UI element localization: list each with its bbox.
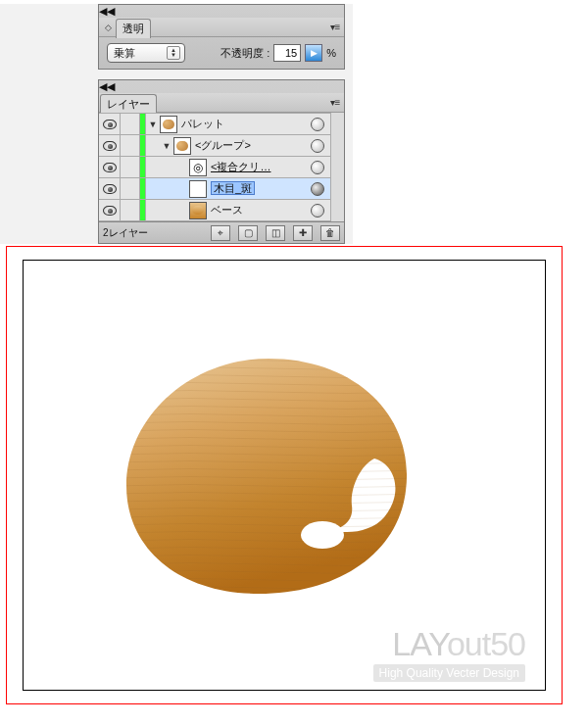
- visibility-toggle[interactable]: [99, 135, 121, 156]
- layer-row[interactable]: 木目_斑: [99, 178, 330, 200]
- layers-tabs: レイヤー ▾≡: [99, 93, 344, 113]
- layer-row[interactable]: ▼ <グループ>: [99, 135, 330, 157]
- visibility-toggle[interactable]: [99, 157, 121, 177]
- watermark-subtitle: High Quality Vecter Design: [373, 664, 525, 682]
- palette-artwork: [112, 349, 425, 605]
- hierarchy-cell: [146, 180, 207, 198]
- layer-thumb: [160, 116, 177, 133]
- opacity-slider-toggle[interactable]: ▶: [305, 44, 322, 62]
- visibility-toggle[interactable]: [99, 200, 121, 220]
- hierarchy-cell: ▼: [146, 137, 191, 155]
- dropdown-arrows-icon: ▲▼: [167, 46, 180, 60]
- hierarchy-cell: ▼: [146, 116, 177, 133]
- layer-thumb: [189, 202, 207, 219]
- lock-toggle[interactable]: [121, 135, 140, 156]
- eye-icon: [103, 141, 117, 151]
- palette-thumb-hole: [301, 521, 344, 549]
- layers-tab[interactable]: レイヤー: [100, 94, 157, 114]
- twisty-none: [177, 206, 187, 216]
- opacity-unit: %: [326, 47, 336, 59]
- watermark-title: LAYout50: [373, 625, 525, 663]
- lock-toggle[interactable]: [121, 178, 140, 199]
- hierarchy-cell: [146, 159, 207, 176]
- make-clipping-mask-button[interactable]: ▢: [238, 225, 258, 241]
- lock-toggle[interactable]: [121, 157, 140, 177]
- hierarchy-cell: [146, 202, 207, 219]
- panels-region: ◀◀ ◇ 透明 ▾≡ 乗算 ▲▼ 不透明度 : ▶ % ◀◀ レイヤー ▾≡: [0, 4, 353, 244]
- layer-name[interactable]: 木目_斑: [207, 181, 307, 196]
- locate-object-button[interactable]: ⌖: [211, 225, 230, 241]
- twisty-none: [177, 184, 187, 194]
- panel-menu-icon[interactable]: ▾≡: [329, 96, 341, 108]
- opacity-label: 不透明度 :: [220, 46, 270, 61]
- layer-row[interactable]: ▼ パレット: [99, 114, 330, 135]
- selection-highlight-frame: LAYout50 High Quality Vecter Design: [6, 246, 563, 704]
- layer-row[interactable]: ベース: [99, 200, 330, 221]
- expand-toggle-icon[interactable]: ◇: [101, 21, 115, 34]
- target-icon[interactable]: [311, 182, 324, 196]
- delete-layer-button[interactable]: 🗑: [320, 225, 340, 241]
- target-icon[interactable]: [311, 204, 324, 218]
- eye-icon: [103, 120, 117, 129]
- eye-icon: [103, 163, 117, 172]
- twisty-down-icon[interactable]: ▼: [162, 141, 172, 151]
- eye-icon: [103, 184, 117, 194]
- transparency-panel: ◀◀ ◇ 透明 ▾≡ 乗算 ▲▼ 不透明度 : ▶ %: [98, 4, 345, 70]
- transparency-tabs: ◇ 透明 ▾≡: [99, 18, 344, 37]
- layer-thumb: [189, 159, 207, 176]
- layer-name[interactable]: <複合クリ…: [207, 160, 307, 174]
- lock-toggle[interactable]: [121, 200, 140, 220]
- target-icon[interactable]: [311, 118, 324, 131]
- target-icon[interactable]: [311, 161, 324, 174]
- layer-name[interactable]: ベース: [207, 203, 307, 218]
- palette-svg: [112, 349, 425, 605]
- layers-footer: 2レイヤー ⌖ ▢ ◫ ✚ 🗑: [99, 221, 344, 243]
- layers-body: ▼ パレット ▼: [99, 113, 344, 221]
- eye-icon: [103, 206, 117, 216]
- layer-count: 2レイヤー: [103, 226, 148, 240]
- transparency-body: 乗算 ▲▼ 不透明度 : ▶ %: [99, 37, 344, 69]
- visibility-toggle[interactable]: [99, 114, 121, 134]
- transparency-tab[interactable]: 透明: [116, 19, 151, 38]
- blend-mode-value: 乗算: [114, 46, 135, 61]
- new-layer-button[interactable]: ✚: [293, 225, 313, 241]
- opacity-group: 不透明度 : ▶ %: [220, 44, 336, 62]
- watermark: LAYout50 High Quality Vecter Design: [373, 625, 525, 682]
- lock-toggle[interactable]: [121, 114, 140, 134]
- layer-thumb: [173, 137, 191, 155]
- new-sublayer-button[interactable]: ◫: [266, 225, 285, 241]
- layer-row[interactable]: <複合クリ…: [99, 157, 330, 178]
- blend-mode-select[interactable]: 乗算 ▲▼: [107, 43, 185, 63]
- layer-name[interactable]: <グループ>: [191, 138, 307, 153]
- layer-list: ▼ パレット ▼: [99, 113, 330, 221]
- twisty-none: [177, 163, 187, 172]
- panel-collapse-handle[interactable]: ◀◀: [99, 80, 344, 93]
- panel-menu-icon[interactable]: ▾≡: [329, 21, 341, 32]
- opacity-input[interactable]: [273, 44, 301, 62]
- scrollbar[interactable]: [330, 113, 344, 221]
- palette-grain-overlay: [126, 359, 407, 594]
- target-icon[interactable]: [311, 139, 324, 153]
- panel-collapse-handle[interactable]: ◀◀: [99, 5, 344, 18]
- layers-panel: ◀◀ レイヤー ▾≡ ▼ パレット: [98, 79, 345, 244]
- visibility-toggle[interactable]: [99, 178, 121, 199]
- layer-thumb: [189, 180, 207, 198]
- artboard: LAYout50 High Quality Vecter Design: [23, 260, 546, 691]
- layer-name[interactable]: パレット: [177, 117, 307, 131]
- twisty-down-icon[interactable]: ▼: [148, 120, 158, 129]
